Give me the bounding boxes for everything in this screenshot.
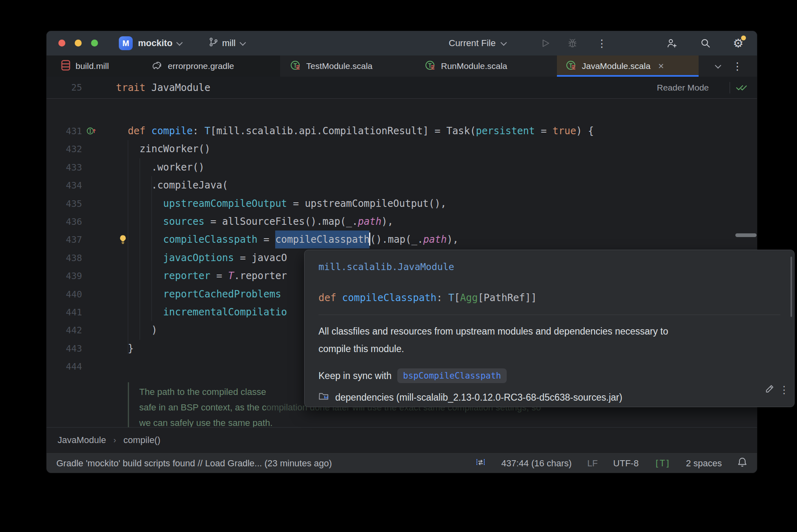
close-window-button[interactable]	[58, 40, 65, 47]
breadcrumb-item-class[interactable]: JavaModule	[58, 435, 106, 446]
code-text: .compileJava(	[116, 176, 228, 195]
chevron-down-icon	[176, 39, 183, 46]
divider	[730, 82, 730, 93]
line-number[interactable]: 438	[47, 249, 82, 267]
breadcrumb-item-method[interactable]: compile()	[123, 435, 160, 446]
gear-icon: ⚙	[733, 38, 744, 49]
hidden-tabs-button[interactable]	[708, 55, 726, 77]
settings-button[interactable]: ⚙	[730, 31, 746, 55]
editor-scrollbar-thumb[interactable]	[735, 233, 757, 237]
line-number[interactable]: 440	[47, 285, 82, 304]
popup-more-options-button[interactable]: ⋮	[779, 384, 789, 396]
run-button[interactable]	[537, 31, 554, 55]
title-bar: M mockito mill Current File	[47, 31, 757, 55]
notification-dot	[741, 35, 746, 40]
line-number[interactable]: 432	[47, 140, 82, 158]
sticky-line-code: trait JavaModule	[116, 77, 210, 99]
line-number[interactable]: 443	[47, 339, 82, 358]
line-number[interactable]: 437	[47, 231, 82, 249]
more-actions-button[interactable]: ⋮	[594, 31, 610, 55]
debug-button[interactable]	[564, 31, 581, 55]
indent-widget[interactable]: 2 spaces	[686, 458, 722, 469]
reader-mode-label[interactable]: Reader Mode	[657, 77, 709, 99]
code-with-me-button[interactable]	[664, 31, 680, 55]
edit-pencil-icon[interactable]	[765, 384, 775, 395]
popup-description-line1: All classfiles and resources from upstre…	[318, 326, 668, 337]
line-number[interactable]: 434	[47, 176, 82, 195]
tab-testmodule-scala[interactable]: TestModule.scala	[281, 55, 381, 77]
line-number[interactable]: 436	[47, 213, 82, 231]
project-badge: M	[119, 36, 133, 50]
status-message[interactable]: Gradle 'mockito' build scripts found // …	[56, 458, 460, 469]
project-selector[interactable]: mockito	[138, 31, 181, 55]
code-line-431[interactable]: 431 def compile: T[mill.scalalib.api.Com…	[47, 122, 757, 140]
keep-in-sync-label: Keep in sync with	[318, 370, 392, 381]
line-number[interactable]: 439	[47, 267, 82, 285]
tab-label: RunModule.scala	[441, 61, 507, 71]
popup-qualified-name[interactable]: mill.scalalib.JavaModule	[318, 262, 454, 272]
code-text: sources = allSourceFiles().map(_.path),	[116, 213, 393, 231]
breadcrumb: JavaModule › compile()	[47, 427, 757, 452]
sticky-line-header[interactable]: 25 trait JavaModule Reader Mode	[47, 77, 757, 99]
tab-label: errorprone.gradle	[168, 61, 234, 71]
line-number[interactable]: 431	[47, 122, 82, 140]
editor-tab-bar: build.mill errorprone.gradle TestModule.…	[47, 55, 757, 77]
branch-name: mill	[222, 38, 236, 49]
popup-source-row: dependencies (mill-scalalib_2.13-0.12.0-…	[318, 392, 622, 403]
code-line-433[interactable]: 433 .worker()	[47, 158, 757, 177]
popup-description-line2: compile this module.	[318, 344, 404, 355]
tab-runmodule-scala[interactable]: RunModule.scala	[416, 55, 516, 77]
minimize-window-button[interactable]	[75, 40, 82, 47]
zoom-window-button[interactable]	[91, 40, 98, 47]
code-text: compileClasspath = compileClasspath().ma…	[116, 231, 459, 249]
line-number[interactable]: 435	[47, 195, 82, 213]
caret-position-widget[interactable]: 437:44 (16 chars)	[501, 458, 572, 469]
bell-icon[interactable]	[737, 457, 747, 470]
run-configuration-selector[interactable]: Current File	[449, 31, 505, 55]
chevron-down-icon	[501, 39, 507, 46]
code-line-432[interactable]: 432 zincWorker()	[47, 140, 757, 158]
code-text: upstreamCompileOutput = upstreamCompileO…	[116, 195, 446, 213]
line-number[interactable]: 442	[47, 321, 82, 339]
inspections-check-icon[interactable]	[735, 83, 748, 94]
code-text: incrementalCompilatio	[116, 303, 287, 321]
documentation-popup: mill.scalalib.JavaModule def compileClas…	[304, 250, 795, 407]
status-bar: Gradle 'mockito' build scripts found // …	[47, 452, 757, 473]
code-line-434[interactable]: 434 .compileJava(	[47, 176, 757, 195]
code-line-437[interactable]: 437 compileClasspath = compileClasspath(…	[47, 231, 757, 249]
vcs-branch-widget[interactable]: mill	[209, 31, 244, 55]
code-line-435[interactable]: 435 upstreamCompileOutput = upstreamComp…	[47, 195, 757, 213]
encoding-widget[interactable]: UTF-8	[613, 458, 639, 469]
tab-options-button[interactable]: ⋮	[728, 55, 746, 77]
tab-label: JavaModule.scala	[582, 61, 650, 71]
breadcrumb-separator: ›	[114, 435, 116, 445]
tab-errorprone-gradle[interactable]: errorprone.gradle	[142, 55, 243, 77]
code-line-436[interactable]: 436 sources = allSourceFiles().map(_.pat…	[47, 213, 757, 231]
code-text: javacOptions = javacO	[116, 249, 287, 267]
chevron-down-icon	[715, 62, 721, 69]
code-text: reporter = T.reporter	[116, 267, 287, 285]
library-folder-icon	[318, 392, 329, 403]
search-everywhere-button[interactable]	[697, 31, 714, 55]
mill-file-icon	[61, 60, 70, 73]
popup-keep-in-sync: Keep in sync with bspCompileClasspath	[318, 368, 507, 383]
sticky-line-number: 25	[47, 77, 82, 99]
code-text: zincWorker()	[116, 140, 210, 158]
search-icon	[700, 38, 711, 49]
line-number[interactable]: 441	[47, 303, 82, 321]
popup-scrollbar-thumb[interactable]	[790, 257, 792, 317]
line-number[interactable]: 433	[47, 158, 82, 177]
keep-in-sync-code-link[interactable]: bspCompileClasspath	[397, 368, 507, 383]
popup-source-label[interactable]: dependencies (mill-scalalib_2.13-0.12.0-…	[335, 392, 622, 403]
tab-label: build.mill	[76, 61, 109, 71]
file-type-badge[interactable]: [T]	[654, 458, 670, 468]
chevron-down-icon	[240, 39, 246, 46]
close-icon[interactable]: ×	[658, 61, 664, 71]
line-ending-widget[interactable]: LF	[587, 458, 598, 469]
run-configuration-label: Current File	[449, 38, 496, 49]
tab-build-mill[interactable]: build.mill	[52, 55, 118, 77]
tab-javamodule-scala[interactable]: JavaModule.scala ×	[557, 55, 699, 77]
gradle-sync-icon[interactable]	[475, 457, 486, 470]
line-number[interactable]: 444	[47, 357, 82, 376]
override-gutter-icon[interactable]	[86, 126, 98, 137]
